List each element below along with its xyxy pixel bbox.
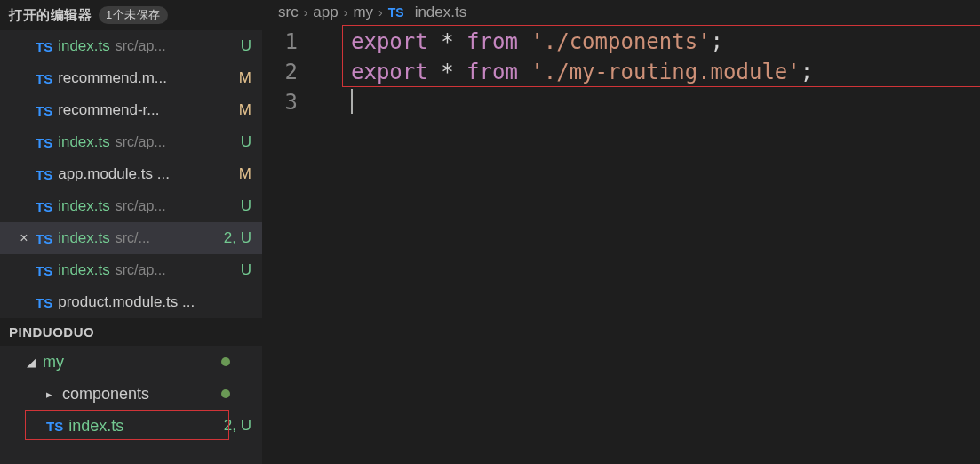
file-name: index.ts — [68, 417, 123, 436]
line-number: 1 — [262, 27, 298, 57]
vcs-status-badge: U — [241, 37, 251, 55]
vcs-status-badge: U — [241, 133, 251, 151]
explorer-header[interactable]: PINDUODUO — [0, 318, 262, 346]
folder-name: my — [43, 353, 64, 372]
tree-file[interactable]: TSindex.ts2, U — [0, 410, 262, 442]
chevron-right-icon[interactable]: ▸ — [46, 388, 59, 401]
explorer-tree: ◢my▸componentsTSindex.ts2, U — [0, 346, 262, 442]
ts-file-icon: TS — [36, 135, 52, 150]
tree-folder[interactable]: ◢my — [0, 346, 262, 378]
explorer-title: PINDUODUO — [9, 324, 94, 340]
open-editor-item[interactable]: TSapp.module.ts ...M — [0, 158, 262, 190]
file-name: recommend-r... — [58, 101, 159, 119]
sidebar: 打开的编辑器 1个未保存 TSindex.tssrc/ap...UTSrecom… — [0, 0, 262, 464]
vcs-status-badge: M — [239, 69, 251, 87]
file-path: src/ap... — [116, 198, 166, 214]
folder-name: components — [62, 385, 149, 404]
ts-file-icon: TS — [388, 5, 404, 20]
open-editors-list: TSindex.tssrc/ap...UTSrecommend.m...MTSr… — [0, 30, 262, 318]
ts-file-icon: TS — [36, 167, 52, 182]
file-name: recommend.m... — [58, 69, 167, 87]
tree-folder[interactable]: ▸components — [0, 378, 262, 410]
text-cursor — [351, 89, 353, 114]
chevron-right-icon: › — [344, 5, 348, 20]
open-editor-item[interactable]: TSindex.tssrc/ap...U — [0, 254, 262, 286]
vcs-status-badge: M — [239, 165, 251, 183]
line-number: 3 — [262, 87, 298, 117]
chevron-down-icon[interactable]: ◢ — [27, 356, 39, 369]
file-path: src/... — [116, 230, 150, 246]
code-lines[interactable]: export * from './components';export * fr… — [351, 27, 980, 117]
open-editors-title: 打开的编辑器 — [9, 7, 92, 24]
chevron-right-icon: › — [304, 5, 308, 20]
status-dot-icon — [221, 389, 230, 398]
open-editor-item[interactable]: TSrecommend-r...M — [0, 94, 262, 126]
status-dot-icon — [221, 357, 230, 366]
file-name: index.ts — [58, 261, 110, 279]
ts-file-icon: TS — [36, 39, 52, 54]
vcs-status-badge: M — [239, 101, 251, 119]
file-name: index.ts — [58, 133, 110, 151]
open-editor-item[interactable]: TSproduct.module.ts ... — [0, 286, 262, 318]
open-editor-item[interactable]: TSindex.tssrc/ap...U — [0, 30, 262, 62]
open-editors-header[interactable]: 打开的编辑器 1个未保存 — [0, 0, 262, 30]
file-name: index.ts — [58, 197, 110, 215]
chevron-right-icon: › — [378, 5, 383, 20]
open-editor-item[interactable]: ×TSindex.tssrc/...2, U — [0, 222, 262, 254]
ts-file-icon: TS — [36, 231, 52, 246]
vcs-status-badge: 2, U — [224, 229, 251, 247]
code-area[interactable]: 123 export * from './components';export … — [262, 25, 980, 464]
ts-file-icon: TS — [36, 199, 52, 214]
breadcrumb-part[interactable]: my — [353, 4, 373, 21]
vcs-status-badge: U — [241, 261, 251, 279]
vcs-status-badge: 2, U — [224, 417, 251, 435]
unsaved-badge: 1个未保存 — [99, 6, 168, 24]
file-path: src/ap... — [116, 38, 166, 54]
line-number-gutter: 123 — [262, 27, 315, 117]
ts-file-icon: TS — [36, 295, 52, 310]
file-path: src/ap... — [116, 134, 166, 150]
code-line[interactable]: export * from './my-routing.module'; — [351, 57, 980, 87]
line-number: 2 — [262, 57, 298, 87]
file-name: index.ts — [58, 37, 110, 55]
file-name: index.ts — [58, 229, 110, 247]
open-editor-item[interactable]: TSindex.tssrc/ap...U — [0, 190, 262, 222]
ts-file-icon: TS — [36, 103, 52, 118]
close-icon[interactable]: × — [16, 230, 32, 246]
ts-file-icon: TS — [46, 419, 63, 434]
breadcrumb-part[interactable]: src — [278, 4, 299, 21]
open-editor-item[interactable]: TSindex.tssrc/ap...U — [0, 126, 262, 158]
breadcrumb-file[interactable]: index.ts — [415, 4, 467, 21]
ts-file-icon: TS — [36, 263, 52, 278]
ts-file-icon: TS — [36, 71, 52, 86]
breadcrumb[interactable]: src › app › my › TS index.ts — [262, 0, 980, 25]
vcs-status-badge: U — [241, 197, 251, 215]
code-line[interactable] — [351, 87, 980, 117]
breadcrumb-part[interactable]: app — [313, 4, 338, 21]
code-line[interactable]: export * from './components'; — [351, 27, 980, 57]
file-path: src/ap... — [116, 262, 166, 278]
file-name: app.module.ts ... — [58, 165, 170, 183]
editor-area: src › app › my › TS index.ts 123 export … — [262, 0, 980, 464]
open-editor-item[interactable]: TSrecommend.m...M — [0, 62, 262, 94]
file-name: product.module.ts ... — [58, 293, 195, 311]
